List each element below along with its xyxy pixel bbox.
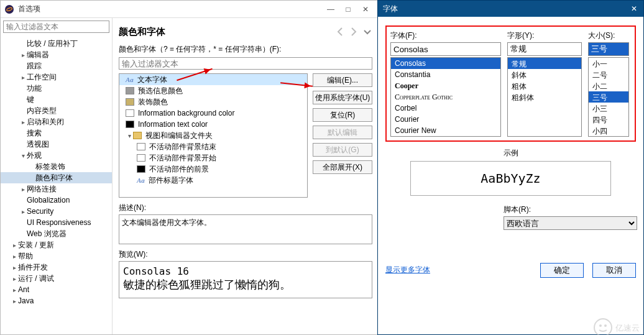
more-fonts-link[interactable]: 显示更多字体 [385,265,430,275]
tree-item[interactable]: 功能 [1,83,112,94]
tree-item[interactable]: ▸Security [1,206,112,217]
font-style-list[interactable]: 常规斜体粗体粗斜体 [507,57,582,137]
description-label: 描述(N): [119,203,372,213]
expand-all-button[interactable]: 全部展开(X) [313,160,372,174]
preview-box: Consolas 16 敏捷的棕色狐狸跳过了懒惰的狗。 [119,261,372,298]
tree-item[interactable]: ▸运行 / 调试 [1,273,112,284]
list-item[interactable]: Courier [391,114,500,125]
font-tree-item[interactable]: 预选信息颜色 [119,85,307,96]
action-buttons: 编辑(E)... 使用系统字体(U) 复位(R) 默认编辑 到默认(G) 全部展… [313,73,372,198]
font-tree-item[interactable]: 不活动部件背景结束 [119,141,307,152]
forward-icon[interactable] [349,27,359,37]
tree-item[interactable]: ▸Ant [1,284,112,295]
tree-item[interactable]: Web 浏览器 [1,228,112,239]
tree-item[interactable]: ▸启动和关闭 [1,116,112,127]
font-tree-item[interactable]: Aa部件标题字体 [119,175,307,186]
svg-text:亿速云: 亿速云 [615,323,640,333]
list-item[interactable]: 粗斜体 [508,91,581,103]
font-family-list[interactable]: ConsolasConstantiaCooperCopperplate Goth… [390,57,501,137]
sample-text: AaBbYyZz [410,161,611,196]
list-item[interactable]: 斜体 [508,69,581,80]
annotation-highlight: 字体(F): ConsolasConstantiaCooperCopperpla… [385,25,636,142]
list-item[interactable]: 粗体 [508,80,581,91]
svg-point-2 [594,319,612,335]
font-filter-input[interactable] [119,57,372,70]
tree-item[interactable]: 比较 / 应用补丁 [1,38,112,49]
tree-item[interactable]: 跟踪 [1,60,112,71]
tree-item[interactable]: UI Responsiveness [1,217,112,228]
tree-item[interactable]: 内容类型 [1,105,112,116]
preferences-window: 首选项 — □ ✕ 比较 / 应用补丁▸编辑器跟踪▸工作空间功能键内容类型▸启动… [0,0,379,335]
font-tree-item[interactable]: Information text color [119,119,307,130]
menu-icon[interactable] [362,27,372,37]
font-tree-item[interactable]: 不活动部件背景开始 [119,152,307,163]
font-tree-item[interactable]: Information background color [119,108,307,119]
list-item[interactable]: 小三 [589,103,628,114]
ok-button[interactable]: 确定 [540,263,584,278]
edit-button[interactable]: 编辑(E)... [313,73,372,87]
script-select[interactable]: 西欧语言 [504,216,637,230]
font-tree-item[interactable]: ▾视图和编辑器文件夹 [119,130,307,141]
tree-item[interactable]: 标签装饰 [1,161,112,172]
system-font-button[interactable]: 使用系统字体(U) [313,91,372,104]
font-size-label: 大小(S): [588,30,629,41]
tree-item[interactable]: ▸安装 / 更新 [1,239,112,250]
list-item[interactable]: Copperplate Gothic [391,91,500,103]
tree-item[interactable]: Globalization [1,195,112,206]
list-item[interactable]: 常规 [508,58,581,69]
to-default-button: 到默认(G) [313,143,372,157]
cancel-button[interactable]: 取消 [592,263,636,278]
default-edit-button: 默认编辑 [313,126,372,139]
font-tree-item[interactable]: Aa文本字体 [119,74,307,85]
svg-point-0 [5,5,14,14]
list-item[interactable]: 二号 [589,69,628,80]
tree-item[interactable]: ▸插件开发 [1,262,112,273]
font-size-input[interactable] [588,42,629,56]
font-size-list[interactable]: 小一二号小二三号小三四号小四 [588,57,629,137]
font-family-input[interactable] [390,42,501,56]
reset-button[interactable]: 复位(R) [313,108,372,122]
svg-point-3 [599,324,602,327]
list-item[interactable]: 三号 [589,91,628,103]
list-item[interactable]: Courier New [391,125,500,136]
list-item[interactable]: Constantia [391,69,500,80]
list-item[interactable]: 小二 [589,80,628,91]
back-icon[interactable] [335,27,345,37]
font-style-input[interactable] [507,42,582,56]
font-tree-item[interactable]: 不活动部件的前景 [119,163,307,175]
tree-filter-input[interactable] [3,21,109,33]
preview-text: 敏捷的棕色狐狸跳过了懒惰的狗。 [123,277,368,292]
tree-item[interactable]: 颜色和字体 [1,172,112,183]
sample-label: 示例 [385,148,636,158]
font-family-label: 字体(F): [390,30,501,41]
minimize-button[interactable]: — [326,5,335,14]
tree-item[interactable]: ▸工作空间 [1,71,112,83]
font-style-label: 字形(Y): [507,30,582,41]
list-item[interactable]: 小一 [589,58,628,69]
tree-item[interactable]: ▸Java [1,295,112,306]
description-box: 文本编辑器使用文本字体。 [119,214,372,244]
tree-item[interactable]: 透视图 [1,139,112,150]
list-item[interactable]: Cooper [391,80,500,91]
font-tree-item[interactable]: 装饰颜色 [119,96,307,108]
preview-font-name: Consolas 16 [123,265,368,277]
list-item[interactable]: Consolas [391,58,500,69]
close-button[interactable]: ✕ [361,5,370,14]
script-label: 脚本(R): [504,204,636,215]
list-item[interactable]: 四号 [589,114,628,125]
maximize-button[interactable]: □ [344,5,352,14]
font-tree[interactable]: Aa文本字体预选信息颜色装饰颜色Information background c… [119,73,308,198]
tree-item[interactable]: 搜索 [1,127,112,139]
tree-item[interactable]: 键 [1,94,112,105]
tree-item[interactable]: ▸编辑器 [1,49,112,60]
close-icon[interactable]: ✕ [630,4,638,13]
tree-item[interactable]: ▾外观 [1,150,112,161]
tree-item[interactable]: ▸网络连接 [1,183,112,195]
tree-item[interactable]: ▸帮助 [1,250,112,262]
preferences-tree[interactable]: 比较 / 应用补丁▸编辑器跟踪▸工作空间功能键内容类型▸启动和关闭搜索透视图▾外… [1,35,112,332]
list-item[interactable]: Corbel [391,103,500,114]
dialog-titlebar: 字体 ✕ [378,1,643,17]
list-item[interactable]: 小四 [589,125,628,136]
preferences-page: 颜色和字体 颜色和字体（? = 任何字符，* = 任何字符串）(F): Aa文本… [113,18,379,334]
preferences-tree-panel: 比较 / 应用补丁▸编辑器跟踪▸工作空间功能键内容类型▸启动和关闭搜索透视图▾外… [1,18,113,334]
